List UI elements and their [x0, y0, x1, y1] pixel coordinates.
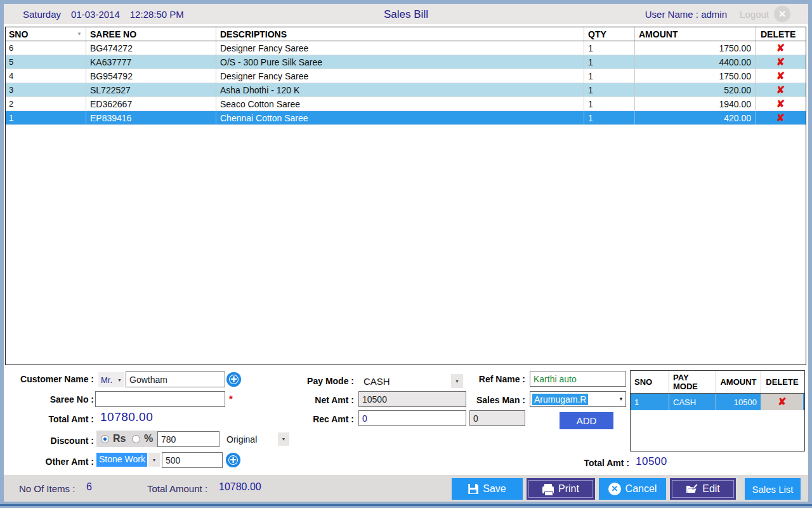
cell-saree-no: ED362667: [86, 97, 216, 110]
pay-table: SNO PAY MODE AMOUNT DELETE 1CASH10500✘: [630, 370, 805, 451]
discount-percent-radio[interactable]: %: [128, 431, 157, 447]
sort-icon[interactable]: ▼: [77, 31, 82, 37]
pay-header-sno: SNO: [631, 371, 669, 393]
pay-table-header: SNO PAY MODE AMOUNT DELETE: [631, 371, 804, 394]
table-row[interactable]: 1EP839416Chennai Cotton Saree1420.00✘: [6, 111, 806, 125]
sales-list-button[interactable]: Sales List: [745, 478, 801, 500]
pay-cell-sno: 1: [631, 394, 669, 410]
pay-header-mode: PAY MODE: [669, 371, 716, 393]
discount-type-value[interactable]: Original: [226, 434, 257, 444]
pay-delete-icon[interactable]: ✘: [761, 394, 803, 410]
print-icon: [542, 486, 554, 493]
total-amount-value: 10780.00: [219, 481, 261, 493]
save-icon: [468, 484, 478, 494]
discount-type-dropdown[interactable]: ▼: [278, 432, 289, 446]
discount-rs-label: Rs: [113, 433, 126, 444]
header-delete: DELETE: [756, 27, 806, 41]
header-saree-no[interactable]: SAREE NO: [86, 27, 216, 41]
window-bottom-edge: [0, 504, 812, 506]
cell-saree-no: EP839416: [86, 111, 216, 124]
delete-row-icon[interactable]: ✘: [756, 83, 806, 97]
sales-man-label: Sales Man :: [444, 395, 525, 405]
save-button-label: Save: [483, 483, 506, 495]
net-amt-label: Net Amt :: [273, 395, 354, 405]
discount-percent-label: %: [144, 433, 153, 444]
pay-table-row[interactable]: 1CASH10500✘: [631, 394, 804, 410]
pay-header-delete: DELETE: [761, 371, 803, 393]
items-table-header: SNO▼ SAREE NO DESCRIPTIONS QTY AMOUNT DE…: [6, 27, 806, 41]
delete-row-icon[interactable]: ✘: [756, 69, 806, 83]
cell-sno: 5: [6, 55, 86, 69]
customer-name-input[interactable]: [126, 371, 225, 387]
cell-qty: 1: [584, 55, 635, 69]
delete-row-icon[interactable]: ✘: [756, 41, 806, 55]
cell-amount: 1750.00: [635, 69, 756, 83]
edit-button[interactable]: Edit: [670, 478, 736, 500]
cell-description: Seaco Cotton Saree: [216, 97, 584, 110]
customer-title-select[interactable]: Mr. ▼: [98, 372, 124, 387]
table-row[interactable]: 6BG474272Designer Fancy Saree11750.00✘: [6, 41, 806, 55]
required-mark: *: [229, 393, 233, 404]
cell-saree-no: BG954792: [86, 69, 216, 83]
add-customer-icon[interactable]: +: [226, 372, 241, 387]
sales-man-value: Arumugam.R: [532, 394, 588, 405]
add-other-amt-icon[interactable]: +: [226, 453, 240, 467]
other-amt-type-dropdown[interactable]: ▼: [148, 453, 160, 467]
title-bar: Saturday01-03-201412:28:50 PM Sales Bill…: [4, 4, 808, 24]
rec-amt-input[interactable]: [358, 410, 466, 426]
cell-description: O/S - 300 Pure Silk Saree: [216, 55, 584, 69]
cancel-button-label: Cancel: [625, 483, 657, 495]
no-of-items-value: 6: [86, 481, 92, 493]
user-name-label: User Name : admin: [645, 9, 727, 20]
save-button[interactable]: Save: [452, 478, 523, 500]
table-row[interactable]: 5KA637777O/S - 300 Pure Silk Saree14400.…: [6, 55, 806, 69]
sales-list-button-label: Sales List: [752, 484, 793, 495]
ref-name-input[interactable]: [530, 371, 626, 387]
delete-row-icon[interactable]: ✘: [756, 111, 806, 124]
customer-title-value: Mr.: [101, 375, 112, 385]
other-amt-label: Other Amt :: [6, 457, 94, 467]
add-payment-button[interactable]: ADD: [560, 412, 613, 429]
cell-qty: 1: [584, 69, 635, 83]
cell-saree-no: SL722527: [86, 83, 216, 97]
cell-saree-no: BG474272: [86, 41, 216, 55]
cell-sno: 1: [6, 111, 86, 124]
delete-row-icon[interactable]: ✘: [756, 97, 806, 110]
cell-amount: 420.00: [635, 111, 756, 124]
table-row[interactable]: 3SL722527Asha Dhothi - 120 K1520.00✘: [6, 83, 806, 97]
saree-no-input[interactable]: [95, 391, 225, 407]
radio-off-icon: [132, 435, 140, 443]
delete-row-icon[interactable]: ✘: [756, 55, 806, 69]
ref-name-label: Ref Name :: [444, 374, 525, 384]
pay-mode-label: Pay Mode :: [273, 376, 354, 386]
sales-man-select[interactable]: Arumugam.R ▼: [530, 391, 626, 407]
header-qty[interactable]: QTY: [584, 27, 635, 41]
header-amount[interactable]: AMOUNT: [635, 27, 756, 41]
close-icon[interactable]: ✕: [774, 6, 790, 22]
items-table-body: 6BG474272Designer Fancy Saree11750.00✘5K…: [6, 41, 806, 125]
discount-rs-radio[interactable]: Rs: [96, 431, 130, 447]
chevron-down-icon: ▼: [619, 396, 624, 402]
cell-qty: 1: [584, 83, 635, 97]
cell-sno: 3: [6, 83, 86, 97]
print-button-label: Print: [558, 483, 579, 495]
cell-amount: 520.00: [635, 83, 756, 97]
cell-qty: 1: [584, 41, 635, 55]
pay-table-body: 1CASH10500✘: [631, 394, 804, 410]
cell-qty: 1: [584, 97, 635, 110]
other-amt-type-value[interactable]: Stone Work: [96, 453, 147, 467]
cancel-button[interactable]: ✕ Cancel: [599, 478, 666, 500]
logout-link[interactable]: Logout: [740, 9, 769, 20]
print-button[interactable]: Print: [527, 478, 595, 500]
pay-mode-value[interactable]: CASH: [363, 376, 390, 387]
other-amt-input[interactable]: [162, 452, 223, 468]
cell-sno: 4: [6, 69, 86, 83]
header-sno[interactable]: SNO▼: [6, 27, 86, 41]
table-row[interactable]: 2ED362667Seaco Cotton Saree11940.00✘: [6, 97, 806, 111]
edit-icon: [686, 484, 698, 494]
discount-value-input[interactable]: [157, 431, 219, 447]
cell-qty: 1: [584, 111, 635, 124]
table-row[interactable]: 4BG954792Designer Fancy Saree11750.00✘: [6, 69, 806, 83]
no-of-items-label: No Of Items :: [19, 483, 75, 494]
header-descriptions[interactable]: DESCRIPTIONS: [216, 27, 584, 41]
